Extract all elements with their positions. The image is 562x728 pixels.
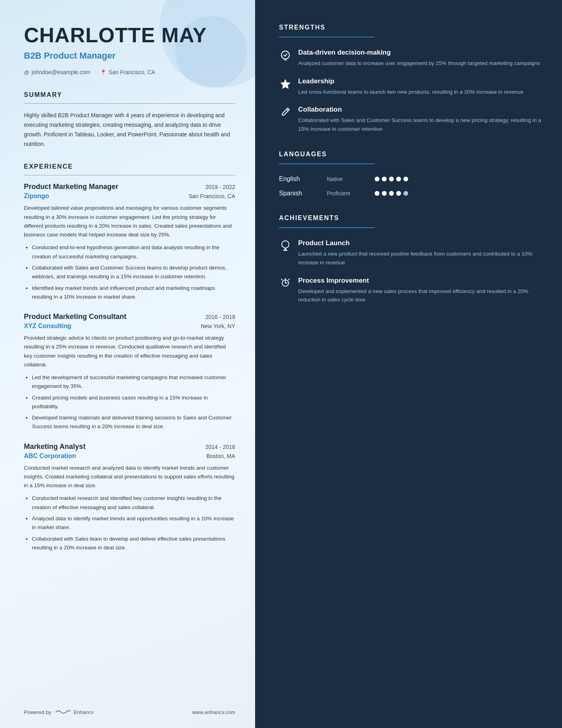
job-2-location: New York, NY — [201, 323, 235, 329]
language-english: English Native — [279, 175, 542, 183]
location-value: San Francisco, CA — [109, 69, 155, 75]
location-icon: 📍 — [100, 69, 106, 75]
experience-title: EXPERIENCE — [24, 163, 235, 170]
strength-3: Collaboration Collaborated with Sales an… — [279, 106, 542, 133]
strength-2-title: Leadership — [298, 77, 523, 85]
lang-spanish-level: Proficient — [327, 190, 375, 197]
job-3-bullets: Conducted market research and identified… — [24, 494, 235, 552]
job-1-bullets: Conducted end-to-end hypothesis generati… — [24, 243, 235, 301]
experience-section: EXPERIENCE Product Marketing Manager 201… — [24, 163, 235, 552]
dot — [382, 191, 387, 196]
strength-3-desc: Collaborated with Sales and Customer Suc… — [298, 116, 542, 133]
job-3-desc: Conducted market research and analyzed d… — [24, 464, 235, 490]
dot — [396, 191, 401, 196]
job-2-title: Product Marketing Consultant — [24, 313, 126, 321]
job-2-desc: Provided strategic advice to clients on … — [24, 334, 235, 369]
svg-point-0 — [281, 51, 289, 59]
strength-2-icon — [279, 78, 292, 91]
lang-english-name: English — [279, 175, 327, 183]
achievement-1-title: Product Launch — [298, 239, 542, 247]
summary-title: SUMMARY — [24, 91, 235, 98]
svg-marker-3 — [280, 79, 291, 89]
email-contact: @ johndoe@example.com — [24, 69, 90, 75]
job-1-title: Product Marketing Manager — [24, 183, 118, 191]
svg-line-4 — [287, 109, 288, 111]
dot — [375, 177, 379, 181]
list-item: Collaborated with Sales and Customer Suc… — [32, 264, 235, 281]
list-item: Led the development of successful market… — [32, 373, 235, 391]
achievement-2-content: Process Improvement Developed and implem… — [298, 277, 542, 304]
enhancv-logo-icon — [55, 708, 71, 716]
strength-1-content: Data-driven decision-making Analyzed cus… — [298, 49, 540, 68]
candidate-title: B2B Product Manager — [24, 51, 235, 61]
footer-website: www.enhancv.com — [193, 709, 235, 715]
left-column: CHARLOTTE MAY B2B Product Manager @ john… — [0, 0, 255, 728]
list-item: Identified key market trends and influen… — [32, 284, 235, 302]
email-icon: @ — [24, 69, 29, 75]
summary-divider — [24, 103, 235, 104]
job-1-company: Zipongo — [24, 193, 49, 200]
languages-title: LANGUAGES — [279, 151, 542, 158]
job-2: Product Marketing Consultant 2016 - 2018… — [24, 313, 235, 431]
location-contact: 📍 San Francisco, CA — [100, 69, 155, 75]
job-1-dates: 2019 - 2022 — [205, 184, 235, 190]
strength-3-icon — [279, 106, 292, 119]
candidate-name: CHARLOTTE MAY — [24, 24, 235, 47]
list-item: Created pricing models and business case… — [32, 394, 235, 411]
job-2-header: Product Marketing Consultant 2016 - 2018 — [24, 313, 235, 321]
job-3-company: ABC Corporation — [24, 453, 76, 460]
strengths-divider — [279, 37, 375, 37]
job-1-desc: Developed tailored value propositions an… — [24, 204, 235, 239]
strength-1: Data-driven decision-making Analyzed cus… — [279, 49, 542, 68]
achievement-1-icon — [279, 240, 292, 253]
list-item: Analyzed data to identify market trends … — [32, 514, 235, 532]
languages-section: LANGUAGES English Native Spanish Profici… — [279, 151, 542, 197]
right-column: STRENGTHS Data-driven decision-making An… — [255, 0, 562, 728]
powered-by-text: Powered by — [24, 709, 51, 715]
strength-1-icon — [279, 49, 292, 62]
job-3-company-line: ABC Corporation Boston, MA — [24, 453, 235, 460]
job-1: Product Marketing Manager 2019 - 2022 Zi… — [24, 183, 235, 301]
job-2-company: XYZ Consulting — [24, 323, 71, 330]
job-3: Marketing Analyst 2014 - 2016 ABC Corpor… — [24, 443, 235, 552]
job-1-company-line: Zipongo San Francisco, CA — [24, 193, 235, 200]
job-2-dates: 2016 - 2018 — [205, 314, 235, 320]
language-spanish: Spanish Proficient — [279, 190, 542, 197]
achievement-1: Product Launch Launched a new product th… — [279, 239, 542, 267]
lang-english-level: Native — [327, 176, 375, 182]
svg-point-5 — [282, 241, 289, 248]
strength-2: Leadership Led cross-functional teams to… — [279, 77, 542, 96]
summary-section: SUMMARY Highly skilled B2B Product Manag… — [24, 91, 235, 149]
list-item: Developed training materials and deliver… — [32, 413, 235, 431]
contact-line: @ johndoe@example.com 📍 San Francisco, C… — [24, 69, 235, 75]
job-1-location: San Francisco, CA — [189, 193, 235, 199]
achievements-section: ACHIEVEMENTS Product Launch Launched a n… — [279, 214, 542, 304]
job-3-title: Marketing Analyst — [24, 443, 85, 451]
dot — [403, 177, 408, 181]
list-item: Collaborated with Sales team to develop … — [32, 535, 235, 553]
achievement-1-content: Product Launch Launched a new product th… — [298, 239, 542, 267]
experience-divider — [24, 175, 235, 175]
list-item: Conducted end-to-end hypothesis generati… — [32, 243, 235, 261]
email-value: johndoe@example.com — [31, 69, 90, 75]
job-2-bullets: Led the development of successful market… — [24, 373, 235, 431]
achievements-title: ACHIEVEMENTS — [279, 214, 542, 222]
lang-english-dots — [375, 177, 408, 181]
dot — [375, 191, 379, 196]
languages-divider — [279, 163, 375, 164]
strength-3-content: Collaboration Collaborated with Sales an… — [298, 106, 542, 133]
strength-3-title: Collaboration — [298, 106, 542, 114]
lang-spanish-dots — [375, 191, 408, 196]
achievements-divider — [279, 227, 375, 228]
strengths-section: STRENGTHS Data-driven decision-making An… — [279, 24, 542, 133]
list-item: Conducted market research and identified… — [32, 494, 235, 512]
achievement-1-desc: Launched a new product that received pos… — [298, 250, 542, 267]
dot — [396, 177, 401, 181]
strength-2-desc: Led cross-functional teams to launch two… — [298, 88, 523, 96]
achievement-2-desc: Developed and implemented a new sales pr… — [298, 287, 542, 304]
achievement-2: Process Improvement Developed and implem… — [279, 277, 542, 304]
job-3-location: Boston, MA — [206, 453, 235, 459]
job-2-company-line: XYZ Consulting New York, NY — [24, 323, 235, 330]
resume-container: CHARLOTTE MAY B2B Product Manager @ john… — [0, 0, 562, 728]
summary-text: Highly skilled B2B Product Manager with … — [24, 111, 235, 149]
